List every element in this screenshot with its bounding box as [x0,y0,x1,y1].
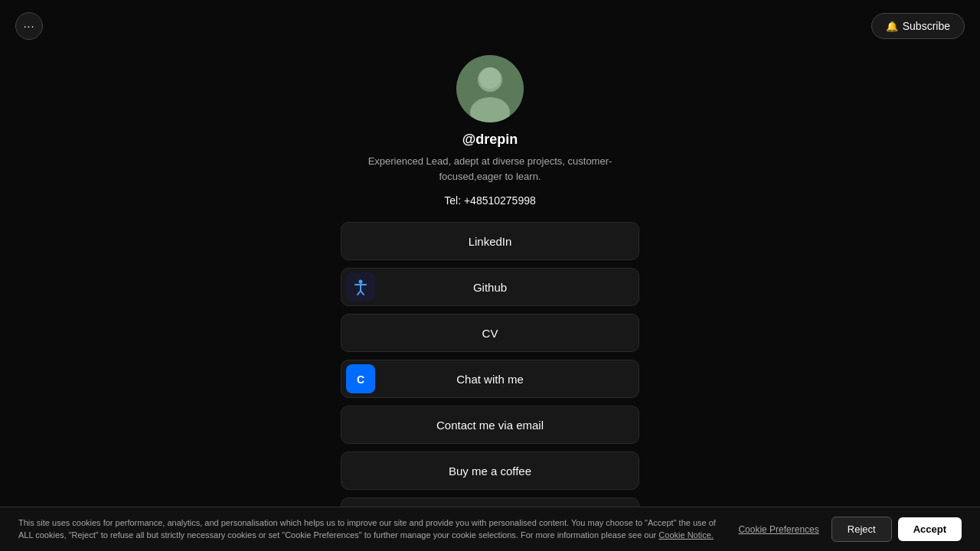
svg-text:C: C [357,373,364,386]
coffee-link-label: Buy me a coffee [449,465,531,478]
more-icon: ··· [24,20,35,32]
links-section: LinkedIn Github CV [341,222,639,536]
subscribe-button[interactable]: 🔔 Subscribe [871,13,965,39]
github-link-button[interactable]: Github [341,268,639,306]
cookie-banner: This site uses cookies for performance, … [0,507,980,551]
cookie-text: This site uses cookies for performance, … [18,517,720,541]
subscribe-label: Subscribe [903,20,950,32]
top-bar: ··· 🔔 Subscribe [0,0,980,52]
svg-point-4 [359,280,363,284]
cookie-notice-link[interactable]: Cookie Notice. [658,530,714,540]
svg-point-3 [479,67,501,89]
email-link-button[interactable]: Contact me via email [341,406,639,444]
cookie-buttons: Cookie Preferences Reject Accept [732,517,962,542]
avatar [456,55,524,122]
calendly-icon: C [346,364,375,393]
coffee-link-button[interactable]: Buy me a coffee [341,452,639,490]
bell-icon: 🔔 [886,21,898,32]
cookie-reject-button[interactable]: Reject [831,517,892,542]
username: @drepin [462,132,518,148]
bio: Experienced Lead, adept at diverse proje… [360,154,620,184]
page-wrapper: ··· 🔔 Subscribe @drepin Experienced Lead… [0,0,980,551]
github-icon [346,272,375,302]
linkedin-link-label: LinkedIn [469,235,512,248]
linkedin-link-button[interactable]: LinkedIn [341,222,639,260]
cookie-text-content: This site uses cookies for performance, … [18,518,716,539]
chat-link-label: Chat with me [456,373,524,386]
svg-line-8 [361,291,364,295]
profile-section: @drepin Experienced Lead, adept at diver… [360,55,620,222]
github-link-label: Github [473,281,507,294]
cookie-accept-button[interactable]: Accept [898,517,962,541]
cookie-preferences-button[interactable]: Cookie Preferences [732,521,825,538]
phone: Tel: +48510275998 [444,194,536,207]
cv-link-label: CV [482,327,498,340]
chat-link-button[interactable]: C Chat with me [341,360,639,398]
avatar-image [456,55,524,122]
cv-link-button[interactable]: CV [341,314,639,352]
more-button[interactable]: ··· [15,12,43,40]
email-link-label: Contact me via email [436,419,544,432]
